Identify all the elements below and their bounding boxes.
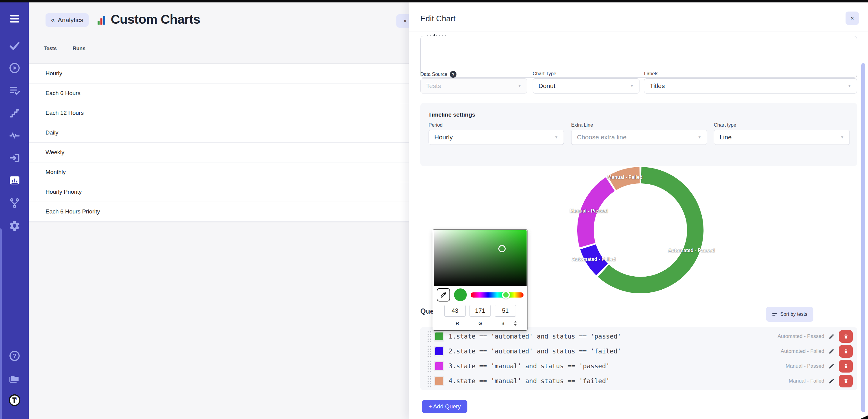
query-color-swatch[interactable] [435, 362, 443, 370]
edit-query-button[interactable] [829, 363, 835, 369]
close-drawer-button[interactable]: × [845, 11, 859, 25]
extra-line-label: Extra Line [571, 122, 593, 128]
query-expression[interactable]: 1.state == 'automated' and status == 'pa… [448, 333, 621, 340]
delete-query-button[interactable] [839, 330, 853, 343]
window-top-bar [0, 0, 868, 2]
chart-title-textarea[interactable] [420, 36, 857, 78]
chevron-down-icon: ▼ [630, 84, 634, 88]
analytics-back-button[interactable]: « Analytics [45, 13, 89, 27]
green-input[interactable] [469, 305, 491, 317]
picker-controls-row [433, 288, 527, 302]
edit-query-button[interactable] [829, 333, 835, 339]
page-title: Custom Charts [111, 12, 200, 27]
timeline-chart-type-label: Chart type [714, 122, 736, 128]
bar-chart-emoji-icon [96, 14, 107, 26]
list-item[interactable]: Hourly [29, 64, 409, 84]
labels-value: Titles [650, 82, 665, 90]
help-icon[interactable]: ? [8, 349, 21, 362]
list-item[interactable]: Weekly [29, 143, 409, 162]
timeline-chart-type-select[interactable]: Line ▼ [714, 130, 850, 145]
clipped-label-fragment [427, 34, 446, 36]
blue-input[interactable] [495, 305, 516, 317]
runs-play-icon[interactable] [8, 61, 21, 75]
saturation-handle[interactable] [498, 245, 506, 252]
drawer-scrollbar[interactable] [861, 63, 865, 412]
query-row: 1.state == 'automated' and status == 'pa… [427, 329, 853, 344]
add-query-button[interactable]: + Add Query [422, 400, 467, 413]
period-select[interactable]: Hourly ▼ [429, 130, 564, 145]
help-badge-icon[interactable]: ? [450, 71, 457, 78]
query-row: 3.state == 'manual' and status == 'passe… [427, 359, 853, 373]
list-item[interactable]: Daily [29, 123, 409, 143]
tab-tests[interactable]: Tests [44, 46, 57, 52]
saturation-area[interactable] [434, 230, 527, 286]
color-picker-popup: R G B [433, 229, 527, 331]
edit-query-button[interactable] [829, 378, 835, 384]
sidebar: ? [0, 0, 29, 419]
projects-folder-icon[interactable] [8, 371, 21, 385]
query-color-swatch[interactable] [435, 332, 443, 340]
delete-query-button[interactable] [839, 360, 853, 372]
red-label: R [456, 321, 459, 326]
pulse-icon[interactable] [8, 129, 21, 142]
list-item[interactable]: Hourly Priority [29, 182, 409, 202]
current-color-swatch [454, 289, 467, 301]
hue-slider[interactable] [471, 292, 524, 298]
data-source-select[interactable]: Tests ▼ [420, 78, 527, 93]
settings-gear-icon[interactable] [8, 219, 21, 233]
list-item[interactable]: Monthly [29, 162, 409, 182]
rgb-inputs-row [433, 305, 527, 317]
red-input[interactable] [444, 305, 466, 317]
chevron-down-icon: ▼ [698, 135, 702, 139]
query-color-swatch[interactable] [435, 377, 443, 385]
query-expression[interactable]: 2.state == 'automated' and status == 'fa… [448, 348, 621, 355]
list-item[interactable]: Each 6 Hours Priority [29, 202, 409, 222]
import-icon[interactable] [8, 151, 21, 164]
query-title-label: Manual - Failed [789, 378, 824, 384]
sort-by-tests-button[interactable]: Sort by tests [766, 307, 813, 322]
milestones-icon[interactable] [8, 106, 21, 120]
sort-icon [772, 312, 777, 317]
svg-text:?: ? [12, 352, 17, 359]
period-value: Hourly [434, 133, 453, 141]
menu-icon[interactable] [8, 12, 21, 26]
edit-query-button[interactable] [829, 348, 835, 354]
branches-icon[interactable] [8, 197, 21, 210]
edit-chart-drawer: Edit Chart × Data Source ? Chart Type La… [409, 0, 868, 419]
drag-handle-icon[interactable] [427, 331, 432, 342]
color-mode-toggle[interactable] [513, 321, 518, 326]
data-source-label: Data Source ? [420, 71, 457, 78]
analytics-icon[interactable] [8, 174, 21, 187]
query-expression[interactable]: 3.state == 'manual' and status == 'passe… [448, 362, 610, 370]
query-color-swatch-box [434, 376, 444, 386]
back-button-label: Analytics [58, 17, 83, 24]
drag-handle-icon[interactable] [427, 346, 432, 357]
drag-handle-icon[interactable] [427, 360, 432, 372]
query-color-swatch-box [434, 361, 444, 371]
query-row: 4.state == 'manual' and status == 'faile… [427, 374, 853, 388]
delete-query-button[interactable] [839, 345, 853, 358]
chevron-down-icon: ▼ [555, 135, 558, 139]
drag-handle-icon[interactable] [427, 375, 432, 387]
logo-icon[interactable] [8, 393, 21, 407]
labels-select[interactable]: Titles ▼ [644, 78, 857, 93]
timeline-settings-title: Timeline settings [428, 112, 475, 118]
tab-runs[interactable]: Runs [72, 46, 86, 52]
extra-line-select[interactable]: Choose extra line ▼ [571, 130, 707, 145]
test-plans-icon[interactable] [8, 84, 21, 97]
chart-type-select[interactable]: Donut ▼ [533, 78, 640, 93]
query-title-label: Manual - Passed [785, 363, 824, 369]
hue-handle[interactable] [502, 291, 510, 299]
tab-bar: Tests Runs [44, 46, 86, 52]
delete-query-button[interactable] [839, 375, 853, 387]
list-item[interactable]: Each 6 Hours [29, 84, 409, 103]
app-root: ? « Analytics Custom Charts Tests Runs H… [0, 0, 868, 419]
tests-check-icon[interactable] [8, 39, 21, 52]
eyedropper-button[interactable] [437, 288, 450, 301]
list-item[interactable]: Each 12 Hours [29, 103, 409, 123]
extra-line-placeholder: Choose extra line [577, 133, 626, 141]
query-expression[interactable]: 4.state == 'manual' and status == 'faile… [448, 378, 610, 385]
blue-label: B [501, 321, 504, 326]
query-color-swatch[interactable] [435, 347, 443, 355]
donut-chart: Automated - PassedAutomated - FailedManu… [574, 163, 707, 297]
